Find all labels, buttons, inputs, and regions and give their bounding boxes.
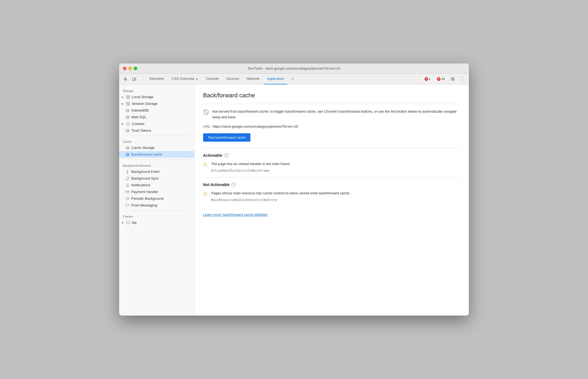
sidebar-item-push-messaging[interactable]: Push Messaging (119, 202, 194, 209)
warning-badge[interactable]: ✕ 10 (435, 76, 447, 82)
notifications-label: Notifications (131, 183, 150, 187)
sidebar-divider-2 (123, 159, 190, 160)
inspect-icon[interactable] (122, 75, 129, 83)
card-icon (126, 190, 129, 194)
arrow-icon: ▶ (122, 123, 124, 125)
sidebar-item-trust-tokens[interactable]: Trust Tokens (119, 127, 194, 134)
close-button[interactable] (123, 67, 126, 70)
titlebar: DevTools - store.google.com/us/category/… (119, 63, 469, 74)
db-icon (126, 153, 129, 156)
cookies-label: Cookies (132, 122, 144, 126)
arrow-icon: ▶ (122, 102, 124, 105)
actionable-warning-code: UnloadHandlerExistsInMainFrame (203, 169, 460, 173)
sidebar-item-indexeddb[interactable]: IndexedDB (119, 107, 194, 114)
minimize-button[interactable] (128, 67, 132, 70)
sidebar-item-payment-handler[interactable]: Payment Handler (119, 188, 194, 195)
db-icon (126, 115, 129, 119)
css-overview-icon: ▲ (196, 77, 199, 80)
maximize-button[interactable] (134, 67, 137, 70)
content-divider-2 (203, 148, 460, 148)
actionable-label: Actionable (203, 153, 222, 158)
blocked-icon (203, 109, 209, 116)
sidebar-divider-3 (123, 210, 190, 210)
svg-rect-3 (126, 95, 128, 97)
svg-rect-6 (128, 97, 130, 99)
db-icon (126, 146, 129, 150)
sidebar-item-periodic-background[interactable]: Periodic Background (119, 195, 194, 202)
not-actionable-help-icon[interactable]: ? (231, 183, 236, 187)
db-icon (126, 129, 129, 133)
svg-rect-7 (126, 102, 128, 103)
svg-point-14 (127, 123, 128, 124)
background-fetch-label: Background Fetch (131, 170, 160, 174)
clock-icon (126, 197, 129, 201)
sidebar-item-top[interactable]: ▶ top (119, 219, 194, 226)
arrow-icon: ▶ (122, 96, 124, 98)
content-area: Back/forward cache Not served from back/… (194, 84, 469, 316)
svg-rect-4 (128, 95, 130, 97)
not-actionable-warning-content: Pages whose main resource has cache-cont… (211, 191, 350, 196)
svg-point-15 (128, 124, 129, 125)
devtools-window: DevTools - store.google.com/us/category/… (119, 63, 469, 316)
learn-more-link[interactable]: Learn more: back/forward cache eligibili… (203, 213, 267, 217)
svg-point-11 (126, 109, 129, 110)
sidebar-item-backforward-cache[interactable]: Back/forward cache (119, 151, 194, 158)
sidebar-item-web-sql[interactable]: Web SQL (119, 114, 194, 120)
arrows-icon (126, 170, 129, 174)
url-value: https://store.google.com/us/category/pho… (213, 124, 298, 128)
svg-rect-8 (128, 102, 130, 103)
sidebar-item-notifications[interactable]: Notifications (119, 182, 194, 188)
db-icon (126, 109, 129, 112)
device-icon[interactable] (130, 75, 138, 83)
svg-point-17 (126, 129, 129, 130)
info-box: Not served from back/forward cache: to t… (203, 109, 460, 120)
arrow-icon: ▶ (122, 221, 124, 224)
settings-button[interactable]: ⚙ (449, 75, 456, 83)
tab-network[interactable]: Network (243, 74, 263, 84)
svg-point-13 (127, 122, 130, 125)
warning-count: 10 (441, 77, 445, 81)
session-storage-label: Session Storage (132, 102, 157, 106)
sidebar-item-cookies[interactable]: ▶ Cookies (119, 120, 194, 127)
sidebar-item-cache-storage[interactable]: Cache Storage (119, 144, 194, 151)
warning-icon-2: ⚠ (203, 191, 208, 196)
cloud-icon (126, 203, 129, 207)
not-actionable-label: Not Actionable (203, 183, 229, 187)
svg-rect-9 (126, 104, 128, 105)
toolbar-separator (143, 76, 144, 82)
cache-storage-label: Cache Storage (131, 146, 155, 150)
tab-sources[interactable]: Sources (223, 74, 242, 84)
svg-point-12 (126, 116, 129, 117)
svg-rect-10 (128, 104, 130, 105)
svg-rect-26 (127, 221, 130, 224)
sidebar-item-background-sync[interactable]: Background Sync (119, 175, 194, 182)
backforward-cache-label: Back/forward cache (131, 152, 162, 156)
tab-application[interactable]: Application (264, 74, 288, 84)
svg-line-28 (204, 110, 208, 114)
sidebar-item-local-storage[interactable]: ▶ Local Storage (119, 94, 194, 100)
tab-css-overview[interactable]: CSS Overview ▲ (168, 74, 201, 84)
sidebar-item-session-storage[interactable]: ▶ Session Storage (119, 100, 194, 107)
actionable-help-icon[interactable]: ? (224, 153, 229, 158)
window-title: DevTools - store.google.com/us/category/… (248, 66, 340, 70)
storage-section-label: Storage (119, 87, 194, 94)
cookie-icon (126, 122, 130, 126)
actionable-warning-row: ⚠ The page has an unload handler in the … (203, 161, 460, 167)
tab-console[interactable]: Console (203, 74, 222, 84)
more-button[interactable]: ⋮ (459, 75, 466, 83)
devtools-icon-group (122, 75, 138, 83)
sidebar: Storage ▶ Local Storage ▶ (119, 84, 194, 316)
learn-more-row: Learn more: back/forward cache eligibili… (203, 208, 460, 217)
tab-elements[interactable]: Elements (146, 74, 167, 84)
sidebar-item-background-fetch[interactable]: Background Fetch (119, 168, 194, 175)
not-actionable-heading: Not Actionable ? (203, 183, 460, 187)
frame-icon (126, 221, 130, 224)
indexeddb-label: IndexedDB (131, 108, 148, 112)
test-button[interactable]: Test back/forward cache (203, 133, 250, 142)
tab-more[interactable]: » (288, 74, 297, 84)
toolbar: Elements CSS Overview ▲ Console Sources … (119, 74, 469, 84)
error-badge[interactable]: ✕ 1 (423, 76, 433, 82)
frames-section-label: Frames (119, 212, 194, 219)
svg-point-16 (128, 123, 129, 123)
content-divider-3 (203, 177, 460, 178)
